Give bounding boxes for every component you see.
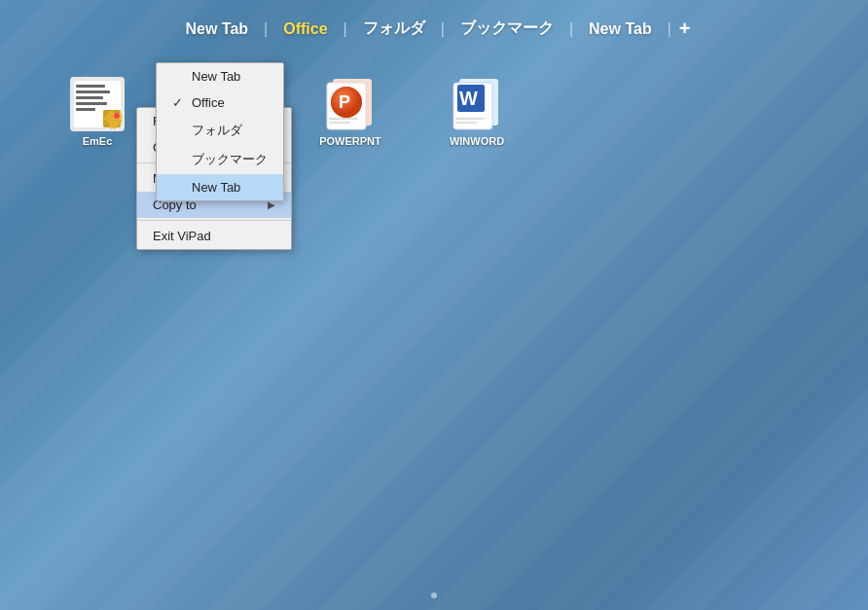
ppt-app-icon-img: P: [319, 73, 381, 135]
tab-new-tab-1[interactable]: New Tab: [169, 17, 264, 42]
check-2: ✓: [172, 95, 186, 110]
svg-rect-2: [76, 85, 105, 88]
exit-label: Exit ViPad: [153, 229, 211, 243]
submenu-label-3: フォルダ: [192, 122, 242, 139]
svg-text:W: W: [459, 88, 478, 109]
submenu-folder[interactable]: フォルダ: [157, 116, 283, 145]
tab-bookmark[interactable]: ブックマーク: [445, 15, 569, 43]
svg-rect-3: [76, 90, 110, 93]
tab-folder[interactable]: フォルダ: [347, 15, 441, 43]
submenu-label-5: New Tab: [192, 180, 240, 195]
word-label: WINWORD: [450, 135, 504, 147]
ppt-label: POWERPNT: [319, 135, 381, 147]
submenu-new-tab-2[interactable]: New Tab: [157, 174, 283, 200]
dot-indicator: [431, 592, 437, 598]
check-5: [172, 180, 186, 195]
check-3: [172, 124, 186, 138]
tab-office[interactable]: Office: [268, 17, 343, 42]
submenu-label-4: ブックマーク: [192, 151, 268, 168]
svg-rect-6: [76, 108, 95, 111]
svg-rect-29: [329, 122, 350, 124]
context-menu-exit[interactable]: Exit ViPad: [137, 223, 291, 249]
tab-new-tab-2[interactable]: New Tab: [573, 17, 668, 42]
submenu-office[interactable]: ✓ Office: [157, 90, 283, 116]
svg-rect-5: [76, 102, 107, 105]
copy-to-submenu: New Tab ✓ Office フォルダ ブックマーク New Tab: [156, 62, 284, 201]
svg-rect-28: [329, 118, 358, 120]
app-icon-emec[interactable]: EmEc: [58, 73, 136, 147]
word-app-icon-img: W: [446, 73, 508, 135]
svg-rect-34: [455, 118, 485, 120]
submenu-label-1: New Tab: [192, 69, 240, 84]
submenu-new-tab-1[interactable]: New Tab: [157, 63, 283, 90]
check-1: [172, 69, 186, 84]
emec-app-icon-img: [66, 73, 128, 135]
add-tab-button[interactable]: +: [671, 14, 699, 44]
svg-rect-35: [455, 122, 477, 124]
app-icon-winword[interactable]: W WINWORD: [438, 73, 516, 147]
submenu-label-2: Office: [192, 95, 225, 110]
emec-label: EmEc: [83, 135, 113, 147]
svg-rect-4: [76, 96, 103, 99]
context-menu-divider-2: [137, 220, 291, 221]
app-icon-powerpnt[interactable]: P POWERPNT: [311, 73, 389, 147]
desktop-area: EmEc X EL: [0, 54, 868, 166]
svg-point-10: [114, 113, 120, 119]
submenu-bookmark[interactable]: ブックマーク: [157, 145, 283, 174]
svg-text:P: P: [339, 92, 350, 112]
tab-bar: New Tab | Office | フォルダ | ブックマーク | New T…: [0, 0, 868, 54]
check-4: [172, 153, 186, 167]
